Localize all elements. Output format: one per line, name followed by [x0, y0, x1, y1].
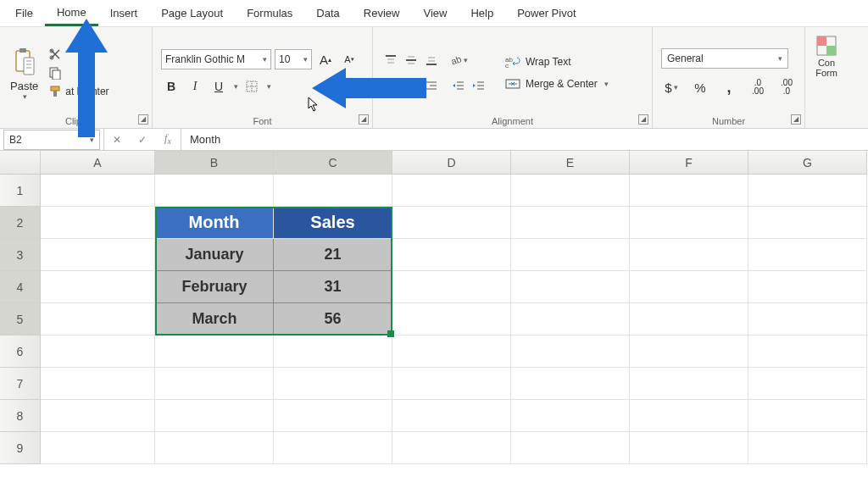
cell[interactable]	[155, 368, 274, 400]
cell[interactable]	[748, 239, 867, 271]
increase-font-button[interactable]: A▴	[315, 49, 336, 69]
tab-formulas[interactable]: Formulas	[235, 2, 304, 25]
cell[interactable]	[748, 400, 867, 432]
cell[interactable]	[274, 432, 392, 464]
cell[interactable]	[630, 432, 748, 464]
chevron-down-icon[interactable]: ▾	[234, 82, 238, 91]
cell[interactable]	[511, 400, 630, 432]
cell[interactable]	[511, 336, 630, 368]
cell[interactable]	[155, 400, 274, 432]
cell[interactable]	[41, 271, 155, 303]
accounting-format-button[interactable]: $▾	[661, 77, 682, 97]
cell[interactable]	[511, 432, 630, 464]
cell[interactable]	[511, 303, 630, 336]
tab-page-layout[interactable]: Page Layout	[149, 2, 235, 25]
enter-formula-button[interactable]: ✓	[130, 134, 155, 146]
col-head-b[interactable]: B	[155, 151, 274, 175]
cell[interactable]	[155, 336, 274, 368]
cell[interactable]	[748, 271, 867, 303]
cell[interactable]	[748, 303, 867, 336]
cell[interactable]	[392, 432, 511, 464]
cell[interactable]	[511, 239, 630, 271]
col-head-g[interactable]: G	[748, 151, 867, 175]
cell[interactable]	[748, 207, 867, 239]
cell[interactable]	[392, 368, 511, 400]
comma-format-button[interactable]: ,	[719, 77, 739, 97]
col-head-e[interactable]: E	[511, 151, 630, 175]
decrease-decimal-button[interactable]: .00.0	[776, 77, 797, 97]
font-dialog-launcher[interactable]: ◢	[359, 114, 369, 125]
font-size-dropdown[interactable]: 10▾	[275, 49, 312, 69]
tab-data[interactable]: Data	[304, 2, 351, 25]
cut-button[interactable]	[48, 47, 62, 61]
decrease-indent-button[interactable]	[449, 76, 468, 95]
cell[interactable]	[630, 271, 748, 303]
alignment-dialog-launcher[interactable]: ◢	[638, 114, 648, 125]
italic-button[interactable]: I	[185, 76, 205, 97]
merge-center-button[interactable]: Merge & Center▾	[505, 77, 609, 91]
row-head-6[interactable]: 6	[0, 336, 41, 368]
cell[interactable]	[748, 175, 867, 207]
cell[interactable]	[392, 303, 511, 336]
cell[interactable]	[748, 432, 867, 464]
col-head-f[interactable]: F	[630, 151, 748, 175]
cell[interactable]: January	[155, 239, 274, 271]
cell[interactable]	[630, 400, 748, 432]
underline-button[interactable]: U	[209, 76, 229, 97]
cell[interactable]	[748, 336, 867, 368]
bold-button[interactable]: B	[161, 76, 181, 97]
cell[interactable]	[392, 336, 511, 368]
cell[interactable]	[511, 175, 630, 207]
tab-help[interactable]: Help	[459, 2, 505, 25]
cell[interactable]: Month	[155, 207, 274, 239]
insert-function-button[interactable]: fx	[155, 132, 181, 146]
row-head-9[interactable]: 9	[0, 432, 41, 464]
chevron-down-icon[interactable]: ▾	[267, 82, 271, 91]
cell[interactable]	[511, 207, 630, 239]
cell[interactable]	[41, 303, 155, 336]
cell[interactable]	[41, 207, 155, 239]
cell[interactable]	[41, 175, 155, 207]
cell[interactable]	[274, 368, 392, 400]
cell[interactable]	[392, 207, 511, 239]
paste-button[interactable]: Paste ▾	[8, 44, 40, 103]
cell[interactable]	[630, 207, 748, 239]
col-head-c[interactable]: C	[274, 151, 392, 175]
cell[interactable]	[155, 175, 274, 207]
col-head-d[interactable]: D	[392, 151, 511, 175]
cell[interactable]: February	[155, 271, 274, 303]
cell[interactable]	[511, 271, 630, 303]
cell[interactable]	[274, 336, 392, 368]
decrease-font-button[interactable]: A▾	[339, 49, 359, 69]
cell[interactable]: March	[155, 303, 274, 336]
cell[interactable]	[41, 432, 155, 464]
number-dialog-launcher[interactable]: ◢	[791, 114, 801, 125]
cell[interactable]: 31	[274, 271, 392, 303]
cell[interactable]	[392, 271, 511, 303]
cell[interactable]	[41, 368, 155, 400]
row-head-8[interactable]: 8	[0, 400, 41, 432]
cell[interactable]	[274, 400, 392, 432]
cell[interactable]	[41, 239, 155, 271]
tab-file[interactable]: File	[3, 2, 45, 25]
align-middle-button[interactable]	[402, 51, 420, 69]
cell[interactable]	[155, 432, 274, 464]
cell[interactable]	[748, 368, 867, 400]
row-head-1[interactable]: 1	[0, 175, 41, 207]
cell[interactable]	[41, 336, 155, 368]
clipboard-dialog-launcher[interactable]: ◢	[138, 114, 148, 125]
percent-format-button[interactable]: %	[690, 77, 710, 97]
wrap-text-button[interactable]: abcWrap Text	[505, 55, 609, 69]
increase-decimal-button[interactable]: .0.00	[748, 77, 768, 97]
copy-button[interactable]	[48, 66, 62, 80]
cell[interactable]	[630, 175, 748, 207]
cell[interactable]	[392, 400, 511, 432]
cell[interactable]	[41, 400, 155, 432]
cell[interactable]	[630, 239, 748, 271]
cell[interactable]	[392, 239, 511, 271]
formula-bar-input[interactable]: Month	[181, 133, 868, 146]
cell[interactable]	[392, 175, 511, 207]
col-head-a[interactable]: A	[41, 151, 155, 175]
cell[interactable]	[511, 368, 630, 400]
conditional-formatting-icon[interactable]	[815, 34, 838, 58]
